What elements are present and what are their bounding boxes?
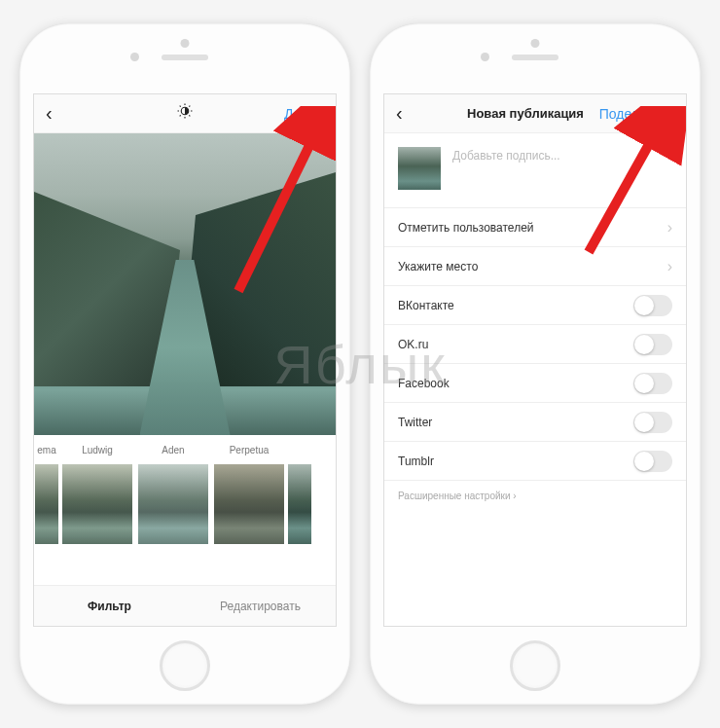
svg-line-6: [189, 115, 190, 116]
speaker-grille: [162, 55, 208, 60]
row-label: ВКонтакте: [398, 299, 454, 312]
row-social-okru[interactable]: OK.ru: [384, 325, 686, 364]
filter-label: Ludwig: [59, 445, 135, 460]
filter-label: ema: [34, 445, 59, 460]
back-button[interactable]: ‹: [46, 102, 104, 125]
filter-thumb: [288, 464, 311, 544]
speaker-grille: [512, 55, 558, 60]
chevron-right-icon: ›: [667, 258, 672, 275]
row-social-vkontakte[interactable]: ВКонтакте: [384, 286, 686, 325]
page-title: Новая публикация: [454, 106, 596, 121]
row-social-facebook[interactable]: Facebook: [384, 364, 686, 403]
back-button[interactable]: ‹: [396, 102, 454, 125]
row-label: Twitter: [398, 416, 432, 429]
front-camera: [130, 53, 139, 61]
chevron-left-icon: ‹: [46, 102, 53, 124]
svg-line-8: [189, 106, 190, 107]
header: ‹ Новая публикация Поделиться: [384, 94, 686, 133]
bottom-tabs: Фильтр Редактировать: [34, 585, 336, 626]
toggle-switch[interactable]: [633, 295, 672, 316]
filter-item[interactable]: Aden: [135, 445, 211, 548]
row-label: Facebook: [398, 377, 450, 390]
home-button[interactable]: [510, 640, 560, 691]
toggle-switch[interactable]: [633, 451, 672, 472]
row-social-twitter[interactable]: Twitter: [384, 403, 686, 442]
home-button[interactable]: [160, 640, 210, 691]
row-advanced-settings[interactable]: Расширенные настройки ›: [384, 481, 686, 511]
toggle-switch[interactable]: [633, 373, 672, 394]
sensor-dot: [531, 39, 540, 48]
row-add-location[interactable]: Укажите место ›: [384, 247, 686, 286]
caption-row: Добавьте подпись...: [384, 133, 686, 208]
svg-line-7: [180, 115, 181, 116]
filter-item[interactable]: ema: [34, 445, 59, 548]
caption-input[interactable]: Добавьте подпись...: [452, 147, 672, 163]
row-tag-users[interactable]: Отметить пользователей ›: [384, 208, 686, 247]
filter-item[interactable]: Perpetua: [211, 445, 287, 548]
filter-thumb: [62, 464, 132, 544]
chevron-right-icon: ›: [667, 219, 672, 237]
filter-label: [287, 445, 312, 460]
row-label: Отметить пользователей: [398, 221, 534, 235]
filter-thumb: [35, 464, 58, 544]
tab-filter[interactable]: Фильтр: [34, 586, 185, 626]
photo-preview[interactable]: [34, 133, 336, 435]
filter-label: Aden: [135, 445, 211, 460]
row-social-tumblr[interactable]: Tumblr: [384, 442, 686, 481]
toggle-switch[interactable]: [633, 412, 672, 433]
filter-thumb: [138, 464, 208, 544]
phone-right: ‹ Новая публикация Поделиться Добавьте п…: [370, 23, 701, 705]
chevron-right-icon: ›: [513, 491, 516, 501]
tab-edit[interactable]: Редактировать: [185, 586, 336, 626]
filter-thumb: [214, 464, 284, 544]
screen-publish: ‹ Новая публикация Поделиться Добавьте п…: [383, 93, 687, 627]
filter-strip[interactable]: ema Ludwig Aden Perpetua: [34, 435, 336, 548]
header: ‹ Далее: [34, 94, 336, 133]
row-label: OK.ru: [398, 338, 428, 351]
chevron-left-icon: ‹: [396, 102, 403, 124]
screen-filter: ‹ Далее ema Ludwig Aden: [33, 93, 337, 627]
row-label: Расширенные настройки: [398, 491, 511, 501]
filter-label: Perpetua: [211, 445, 287, 460]
row-label: Tumblr: [398, 455, 434, 468]
phone-left: ‹ Далее ema Ludwig Aden: [19, 23, 350, 705]
brightness-button[interactable]: [104, 102, 266, 125]
next-button[interactable]: Далее: [266, 106, 324, 122]
svg-line-5: [180, 106, 181, 107]
brightness-icon: [176, 102, 194, 125]
front-camera: [481, 53, 489, 61]
share-button[interactable]: Поделиться: [596, 106, 674, 122]
toggle-switch[interactable]: [633, 334, 672, 355]
filter-item[interactable]: [287, 445, 312, 548]
filter-item[interactable]: Ludwig: [59, 445, 135, 548]
sensor-dot: [181, 39, 190, 48]
row-label: Укажите место: [398, 260, 478, 273]
caption-thumbnail[interactable]: [398, 147, 441, 190]
